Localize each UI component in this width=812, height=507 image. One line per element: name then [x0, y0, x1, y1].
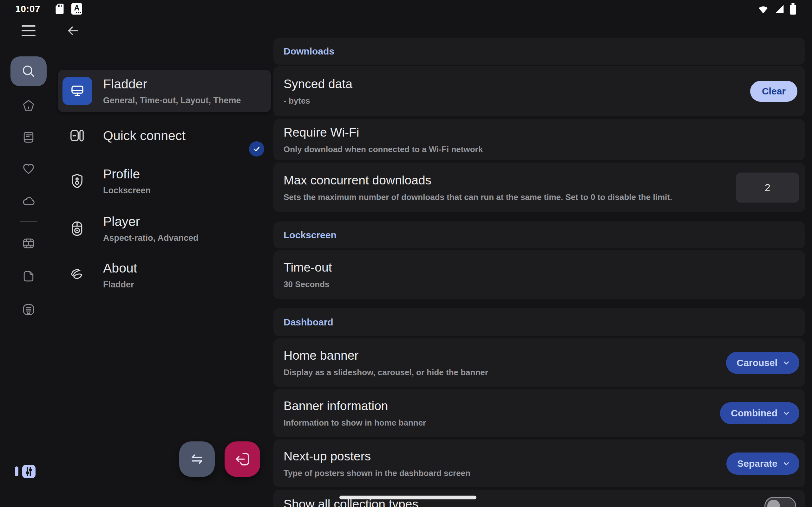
max-downloads-input[interactable]: 2 — [736, 172, 799, 203]
row-home-banner[interactable]: Home banner Display as a slideshow, caro… — [273, 338, 805, 387]
sidebar-item-folders[interactable] — [21, 269, 36, 283]
row-title: Require Wi-Fi — [284, 125, 483, 139]
row-subtitle: Sets the maximum number of downloads tha… — [284, 192, 672, 202]
sidebar-item-movies[interactable] — [21, 236, 36, 250]
cloud-icon — [21, 194, 36, 208]
fladder-logo-icon — [68, 267, 86, 284]
toggle-thumb — [249, 141, 264, 157]
film-icon — [21, 236, 36, 250]
home-icon — [21, 99, 36, 112]
a-app-icon: A — [71, 3, 82, 14]
toggle-thumb — [767, 500, 780, 507]
settings-item-profile[interactable]: Profile Lockscreen — [58, 158, 271, 204]
row-subtitle: Only download when connected to a Wi-Fi … — [284, 145, 483, 154]
row-next-up-posters[interactable]: Next-up posters Type of posters shown in… — [273, 440, 805, 487]
shield-profile-icon — [68, 172, 86, 189]
clock: 10:07 — [15, 3, 40, 14]
chevron-down-icon — [782, 409, 791, 417]
menu-item-subtitle: Fladder — [103, 279, 137, 289]
row-banner-information[interactable]: Banner information Information to show i… — [273, 389, 805, 437]
status-left: 10:07 A — [15, 3, 82, 14]
cellular-icon — [774, 3, 785, 14]
settings-item-fladder[interactable]: Fladder General, Time-out, Layout, Theme — [58, 70, 271, 112]
row-subtitle: - bytes — [284, 96, 352, 106]
row-subtitle: Type of posters shown in the dashboard s… — [284, 468, 470, 478]
sidebar-item-library[interactable] — [21, 130, 36, 144]
row-subtitle: 30 Seconds — [284, 279, 332, 289]
sidebar-item-home[interactable] — [21, 99, 36, 112]
logout-icon — [234, 450, 251, 468]
swap-arrows-icon — [189, 451, 206, 468]
row-show-all-collection-types[interactable]: Show all collection types — [273, 490, 805, 507]
menu-item-subtitle: General, Time-out, Layout, Theme — [103, 96, 241, 106]
menu-item-title: About — [103, 261, 137, 275]
row-title: Synced data — [284, 77, 352, 91]
chevron-down-icon — [782, 459, 791, 468]
chevron-down-icon — [782, 359, 791, 367]
row-timeout[interactable]: Time-out 30 Seconds — [273, 250, 805, 299]
row-title: Banner information — [284, 399, 426, 413]
rail-divider — [20, 221, 38, 222]
sdcard-icon — [55, 3, 64, 14]
menu-item-subtitle: Lockscreen — [103, 185, 151, 195]
row-subtitle: Display as a slideshow, carousel, or hid… — [284, 367, 488, 377]
status-right — [757, 3, 796, 14]
clear-button[interactable]: Clear — [750, 81, 798, 102]
fladder-settings-screen: 10:07 A — [0, 0, 812, 507]
switch-server-button[interactable] — [179, 441, 215, 477]
row-synced-data[interactable]: Synced data - bytes Clear — [273, 66, 805, 116]
sliders-taskbar-icon[interactable] — [22, 465, 36, 478]
folder-icon — [21, 269, 36, 283]
taskbar-active-pill — [15, 466, 18, 476]
heart-icon — [21, 162, 36, 176]
settings-item-player[interactable]: Player Aspect-ratio, Advanced — [58, 205, 271, 251]
book-icon — [21, 130, 36, 144]
wifi-icon — [757, 3, 769, 14]
sidebar-item-favorites[interactable] — [21, 162, 36, 176]
row-subtitle: Information to show in home banner — [284, 418, 426, 428]
sidebar-item-collections[interactable] — [21, 302, 36, 317]
row-title: Next-up posters — [284, 449, 470, 463]
row-title: Max concurrent downloads — [284, 173, 672, 187]
menu-item-title: Fladder — [103, 77, 241, 92]
settings-item-about[interactable]: About Fladder — [58, 252, 271, 298]
menu-item-title: Profile — [103, 166, 151, 181]
section-header-lockscreen: Lockscreen — [273, 222, 805, 248]
sliders-icon — [22, 465, 35, 478]
next-up-posters-dropdown[interactable]: Separate — [726, 452, 799, 475]
sidebar-item-search[interactable] — [10, 56, 47, 86]
quick-connect-icon — [68, 127, 86, 144]
menu-item-title: Quick connect — [103, 128, 186, 143]
search-icon — [20, 63, 37, 79]
back-icon[interactable] — [66, 23, 80, 38]
settings-item-quick-connect[interactable]: Quick connect — [58, 116, 271, 155]
row-require-wifi[interactable]: Require Wi-Fi Only download when connect… — [273, 119, 805, 160]
monitor-icon — [62, 77, 92, 105]
collections-icon — [21, 302, 36, 317]
show-all-collection-types-toggle[interactable] — [764, 497, 796, 507]
row-title: Show all collection types — [284, 497, 418, 507]
menu-icon[interactable] — [21, 25, 36, 36]
menu-item-subtitle: Aspect-ratio, Advanced — [103, 233, 199, 243]
row-title: Time-out — [284, 261, 332, 274]
row-max-downloads[interactable]: Max concurrent downloads Sets the maximu… — [273, 163, 805, 212]
home-banner-dropdown[interactable]: Carousel — [726, 352, 799, 374]
logout-button[interactable] — [224, 441, 260, 477]
banner-information-dropdown[interactable]: Combined — [720, 402, 799, 424]
section-header-dashboard: Dashboard — [273, 308, 805, 336]
status-bar: 10:07 A — [0, 0, 812, 16]
section-header-downloads: Downloads — [273, 38, 805, 65]
row-title: Home banner — [284, 348, 488, 362]
check-icon — [252, 145, 261, 153]
menu-item-title: Player — [103, 214, 199, 229]
battery-icon — [790, 5, 796, 14]
sidebar-item-sync[interactable] — [21, 194, 36, 208]
player-icon — [68, 220, 86, 237]
